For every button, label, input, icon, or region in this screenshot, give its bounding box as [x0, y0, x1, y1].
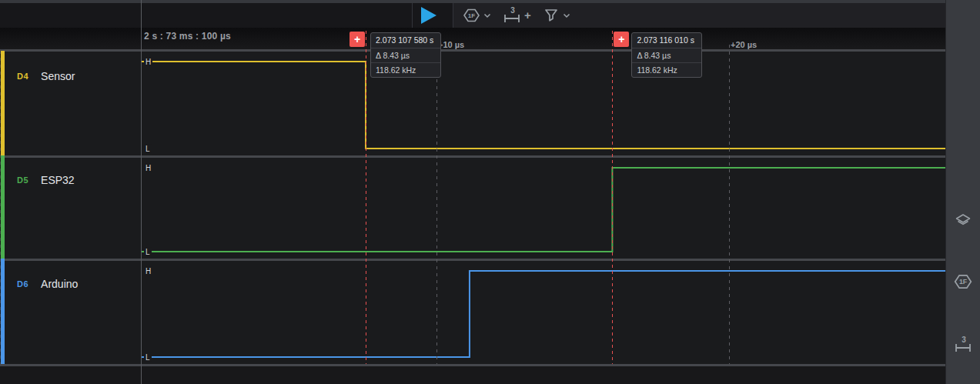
timing-marker-line-2[interactable]: [612, 31, 613, 364]
measurement-icon: 3: [953, 334, 973, 356]
digital-trace-sensor: [141, 52, 945, 155]
channel-label-arduino[interactable]: D6 Arduino: [0, 272, 140, 296]
play-button[interactable]: [421, 7, 441, 24]
rail-high-label: H: [144, 267, 152, 275]
panel-divider: [141, 0, 142, 384]
right-sidebar: [945, 0, 980, 384]
marker-frequency: 118.62 kHz: [632, 62, 701, 77]
rail-low-label: L: [144, 145, 152, 153]
funnel-icon: [542, 6, 560, 25]
rail-high-label: H: [144, 164, 152, 172]
play-icon: [421, 7, 436, 24]
timeline-gridline: [436, 45, 437, 364]
marker-tooltip-1: 2.073 107 580 s Δ 8.43 µs 118.62 kHz: [370, 32, 441, 78]
channel-color-bar: [1, 155, 5, 259]
channel-name: ESP32: [41, 174, 75, 186]
channel-label-esp32[interactable]: D5 ESP32: [0, 169, 140, 192]
measurements-panel-button[interactable]: 3: [953, 335, 973, 355]
marker-tooltip-2: 2.073 116 010 s Δ 8.43 µs 118.62 kHz: [631, 32, 702, 78]
plus-icon: +: [524, 7, 531, 24]
channel-id: D4: [17, 72, 28, 81]
trigger-button[interactable]: [542, 7, 570, 24]
toolbar-divider: [453, 3, 453, 28]
layers-icon: [954, 212, 972, 230]
chevron-down-icon: [483, 13, 491, 18]
capture-mode-label: 1F: [468, 12, 475, 19]
rail-low-label: L: [144, 353, 152, 362]
add-measurement-button[interactable]: 3 +: [502, 7, 531, 24]
marker-time: 2.073 116 010 s: [632, 33, 701, 48]
toolbar-divider: [412, 3, 413, 28]
rail-low-label: L: [144, 248, 152, 256]
channel-name: Arduino: [41, 278, 78, 290]
measurement-count-label: 3: [962, 336, 966, 344]
marker-delta: Δ 8.43 µs: [371, 48, 440, 62]
waveform-row-arduino[interactable]: [141, 261, 945, 364]
capture-mode-label: 1F: [959, 278, 967, 285]
channel-color-bar: [1, 51, 5, 155]
digital-trace-esp32: [141, 158, 945, 259]
digital-trace-arduino: [141, 261, 945, 364]
timing-marker-line-1[interactable]: [366, 31, 366, 364]
marker-add-button-1[interactable]: +: [350, 32, 365, 47]
waveform-row-esp32[interactable]: [141, 158, 945, 259]
channel-label-sensor[interactable]: D4 Sensor: [0, 65, 140, 88]
timeline-tick-label: +20 µs: [731, 40, 757, 49]
timeline-base-time: 2 s : 73 ms : 100 µs: [144, 31, 231, 42]
measurement-count-label: 3: [510, 6, 515, 15]
marker-frequency: 118.62 kHz: [371, 62, 440, 77]
chevron-down-icon: [563, 13, 570, 18]
capture-mode-button[interactable]: 1F: [462, 7, 491, 24]
marker-add-button-2[interactable]: +: [614, 32, 629, 47]
rail-high-label: H: [144, 58, 152, 66]
channel-color-bar: [1, 259, 5, 364]
empty-bottom-row: [0, 366, 945, 384]
measurement-icon: 3: [502, 5, 522, 25]
capture-settings-button[interactable]: 1F: [953, 272, 973, 292]
channel-id: D6: [17, 279, 28, 289]
hexagon-1f-icon: 1F: [462, 6, 481, 25]
hexagon-1f-icon: 1F: [953, 272, 973, 292]
timeline-ruler[interactable]: [0, 28, 945, 49]
marker-time: 2.073 107 580 s: [371, 33, 440, 48]
timeline-gridline: [729, 45, 730, 364]
logic-analyzer-window: 1F 3 + 2 s : 73 ms : 100 µs +10 µs +20 µ…: [0, 0, 980, 384]
layers-button[interactable]: [953, 211, 973, 231]
channel-id: D5: [17, 175, 28, 185]
channel-name: Sensor: [41, 70, 75, 82]
marker-delta: Δ 8.43 µs: [632, 48, 701, 62]
waveform-row-sensor[interactable]: [141, 52, 945, 155]
timeline-tick-label: +10 µs: [438, 40, 464, 49]
